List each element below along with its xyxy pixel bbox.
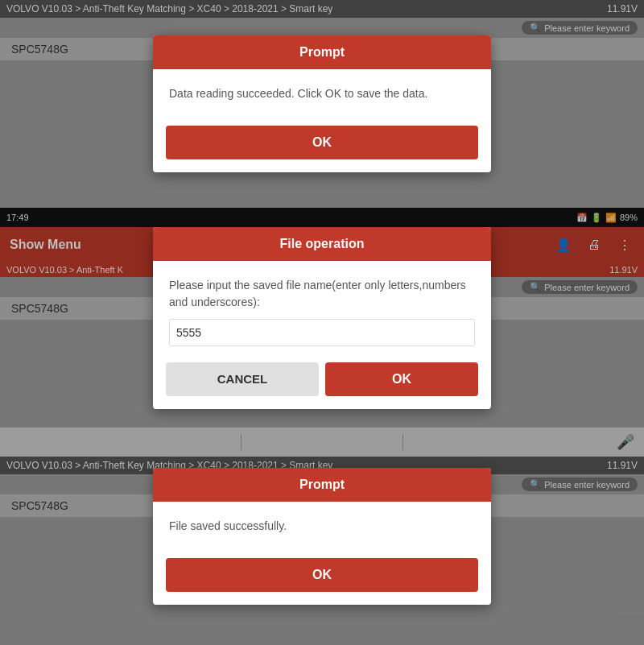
file-operation-instruction: Please input the saved file name(enter o… xyxy=(169,279,466,308)
cancel-button[interactable]: CANCEL xyxy=(166,362,319,396)
dialog-overlay-middle: File operation Please input the saved fi… xyxy=(0,208,644,428)
file-operation-dialog: File operation Please input the saved fi… xyxy=(153,227,491,409)
dialog-title-top: Prompt xyxy=(153,35,491,69)
dialog-overlay-top: Prompt Data reading succeeded. Click OK … xyxy=(0,0,644,208)
dialog-title-bottom: Prompt xyxy=(153,468,491,502)
ok-button-bottom[interactable]: OK xyxy=(166,558,478,592)
file-operation-footer: CANCEL OK xyxy=(153,354,491,409)
dialog-message-top: Data reading succeeded. Click OK to save… xyxy=(153,69,491,118)
ok-button-top[interactable]: OK xyxy=(166,126,478,159)
file-name-input[interactable] xyxy=(169,319,475,346)
dialog-footer-bottom: OK xyxy=(153,550,491,605)
prompt-dialog-top: Prompt Data reading succeeded. Click OK … xyxy=(153,35,491,172)
dialog-message-bottom: File saved successfully. xyxy=(153,502,491,550)
prompt-dialog-bottom: Prompt File saved successfully. OK xyxy=(153,468,491,605)
file-operation-title: File operation xyxy=(153,227,491,261)
file-operation-body: Please input the saved file name(enter o… xyxy=(153,261,491,354)
ok-button-middle[interactable]: OK xyxy=(325,362,478,396)
dialog-footer-top: OK xyxy=(153,118,491,172)
dialog-overlay-bottom: Prompt File saved successfully. OK xyxy=(0,428,644,645)
